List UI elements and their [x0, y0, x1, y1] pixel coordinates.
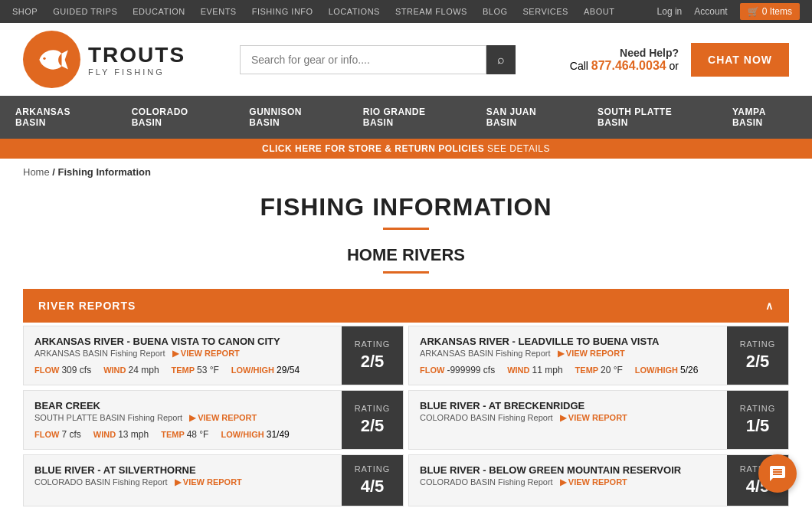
contact-text: Need Help? Call 877.464.0034 or [570, 47, 679, 73]
basin-rio-grande[interactable]: Rio Grande Basin [348, 96, 471, 139]
login-link[interactable]: Log in [657, 6, 683, 17]
nav-education[interactable]: Education [133, 7, 185, 16]
temp-stat: TEMP 48 °F [161, 429, 208, 440]
nav-fishing-info[interactable]: Fishing Info [252, 7, 313, 16]
logo-area: TROUTS FLY FISHING [23, 31, 185, 88]
river-name: Blue River - Below Green Mountain Reserv… [420, 464, 716, 476]
flow-label: FLOW [34, 365, 61, 375]
brand-sub: FLY FISHING [88, 67, 185, 77]
basin-gunnison[interactable]: Gunnison Basin [234, 96, 347, 139]
rating-label: RATING [740, 404, 776, 413]
river-card: Arkansas River - Leadville to Buena Vist… [408, 326, 789, 385]
logo-text: TROUTS FLY FISHING [88, 43, 185, 77]
wind-value: 24 mph [129, 365, 159, 375]
rating-value: 1/5 [746, 416, 770, 436]
wind-value: 11 mph [532, 365, 563, 375]
nav-about[interactable]: About [584, 7, 614, 16]
account-link[interactable]: Account [694, 6, 727, 17]
basin-yampa[interactable]: Yampa Basin [717, 96, 812, 139]
river-stats: FLOW 309 cfs WIND 24 mph TEMP 53 °F LOW/… [34, 365, 331, 375]
phone-number[interactable]: 877.464.0034 [591, 59, 666, 72]
rating-label: RATING [355, 464, 391, 474]
river-card-content: Arkansas River - Buena Vista to Canon Ci… [24, 326, 342, 385]
river-card: Blue River - At Breckenridge COLORADO BA… [408, 390, 789, 450]
chat-bubble[interactable] [758, 454, 797, 493]
lowhigh-value: 29/54 [277, 365, 300, 375]
low-high-stat: LOW/HIGH 31/49 [221, 429, 289, 440]
flow-value: 7 cfs [61, 429, 80, 440]
flow-value: 309 cfs [61, 365, 91, 375]
nav-shop[interactable]: Shop [12, 7, 38, 16]
search-button[interactable]: ⌕ [486, 45, 516, 74]
nav-blog[interactable]: Blog [483, 7, 508, 16]
river-card-content: Arkansas River - Leadville to Buena Vist… [409, 326, 727, 385]
temp-value: 48 °F [187, 429, 209, 440]
view-report-link[interactable]: ▶ VIEW REPORT [558, 349, 625, 359]
cart-count: 0 Items [762, 6, 792, 17]
basin-arkansas[interactable]: Arkansas Basin [0, 96, 116, 139]
river-stats: FLOW 7 cfs WIND 13 mph TEMP 48 °F LOW/HI… [34, 429, 331, 440]
view-report-link[interactable]: ▶ VIEW REPORT [172, 349, 240, 359]
view-report-link[interactable]: ▶ VIEW REPORT [560, 413, 627, 423]
basin-south-platte[interactable]: South Platte Basin [582, 96, 717, 139]
view-report-link[interactable]: ▶ VIEW REPORT [189, 413, 257, 423]
river-name: Arkansas River - Buena Vista to Canon Ci… [34, 336, 331, 347]
need-help-label: Need Help? [570, 47, 679, 59]
chat-now-button[interactable]: CHAT NOW [691, 43, 789, 77]
rating-label: RATING [355, 404, 391, 413]
rating-box: RATING 2/5 [342, 326, 403, 385]
river-name: Arkansas River - Leadville to Buena Vist… [420, 336, 716, 347]
basin-san-juan[interactable]: San Juan Basin [471, 96, 582, 139]
river-name: Blue River - At Breckenridge [420, 400, 716, 411]
search-input[interactable] [240, 45, 486, 74]
search-icon: ⌕ [497, 53, 505, 66]
nav-events[interactable]: Events [201, 7, 237, 16]
river-card-content: Blue River - At Silverthorne COLORADO BA… [24, 455, 342, 506]
wind-value: 13 mph [118, 429, 149, 440]
river-basin: ARKANSAS BASIN Fishing Report ▶ VIEW REP… [420, 349, 716, 359]
or-label: or [670, 60, 679, 72]
flow-stat: FLOW 7 cfs [34, 429, 81, 440]
rating-value: 2/5 [361, 352, 385, 372]
river-basin: COLORADO BASIN Fishing Report ▶ VIEW REP… [420, 413, 716, 423]
cart-button[interactable]: 🛒 0 Items [740, 3, 800, 20]
low-high-stat: LOW/HIGH 29/54 [231, 365, 300, 375]
nav-guided-trips[interactable]: Guided Trips [53, 7, 117, 16]
view-report-link[interactable]: ▶ VIEW REPORT [560, 477, 627, 487]
flow-label: FLOW [34, 430, 61, 439]
rating-label: RATING [355, 339, 391, 349]
basin-navigation: Arkansas Basin Colorado Basin Gunnison B… [0, 96, 812, 139]
temp-label: TEMP [575, 365, 601, 375]
flow-stat: FLOW 309 cfs [34, 365, 91, 375]
policy-detail: SEE DETAILS [487, 143, 550, 154]
rating-box: RATING 1/5 [727, 391, 788, 449]
temp-label: TEMP [161, 430, 186, 439]
river-card: Arkansas River - Buena Vista to Canon Ci… [23, 326, 404, 385]
river-reports-label: RIVER REPORTS [38, 300, 136, 312]
nav-services[interactable]: Services [523, 7, 568, 16]
view-report-link[interactable]: ▶ VIEW REPORT [175, 477, 242, 487]
page-title: FISHING INFORMATION [23, 193, 789, 221]
breadcrumb-home[interactable]: Home [23, 166, 50, 178]
basin-colorado[interactable]: Colorado Basin [116, 96, 234, 139]
section-title: HOME RIVERS [23, 245, 789, 265]
svg-point-0 [43, 57, 45, 59]
lowhigh-value: 5/26 [680, 365, 698, 375]
flow-stat: FLOW -999999 cfs [420, 365, 495, 375]
river-card: Blue River - At Silverthorne COLORADO BA… [23, 454, 404, 506]
top-navigation: Shop Guided Trips Education Events Fishi… [0, 0, 812, 23]
rating-value: 4/5 [361, 477, 385, 497]
wind-label: WIND [103, 365, 128, 375]
temp-value: 20 °F [601, 365, 623, 375]
river-stats: FLOW -999999 cfs WIND 11 mph TEMP 20 °F … [420, 365, 716, 375]
breadcrumb: Home / Fishing Information [0, 159, 812, 185]
river-basin: ARKANSAS BASIN Fishing Report ▶ VIEW REP… [34, 349, 331, 359]
nav-stream-flows[interactable]: Stream Flows [395, 7, 467, 16]
lowhigh-label: LOW/HIGH [231, 365, 277, 375]
policy-bar[interactable]: CLICK HERE FOR STORE & RETURN POLICIES S… [0, 139, 812, 159]
logo-circle[interactable] [23, 31, 80, 88]
river-reports-header[interactable]: RIVER REPORTS ∧ [23, 289, 789, 323]
site-header: TROUTS FLY FISHING ⌕ Need Help? Call 877… [0, 23, 812, 96]
nav-locations[interactable]: Locations [329, 7, 380, 16]
lowhigh-label: LOW/HIGH [635, 365, 680, 375]
